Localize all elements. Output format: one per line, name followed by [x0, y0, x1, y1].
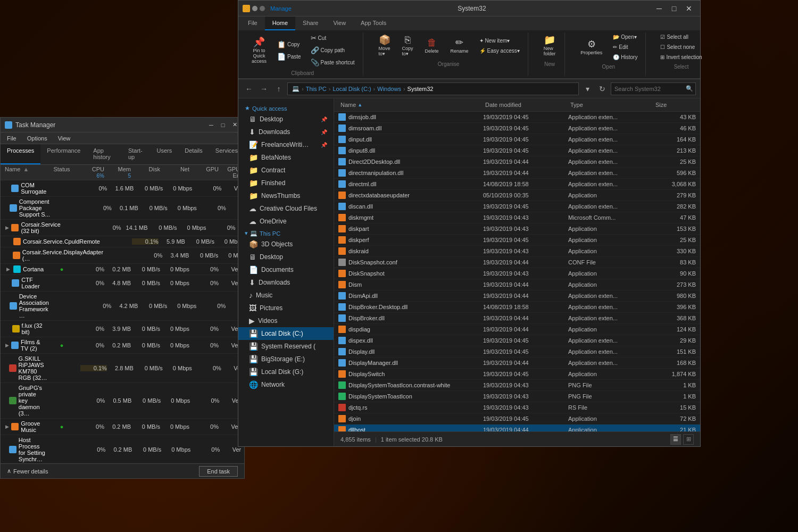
- copypath-button[interactable]: 🔗 Copy path: [307, 45, 359, 56]
- expand-arrow[interactable]: ▶: [5, 266, 11, 272]
- sidebar-item-contract[interactable]: 📁 Contract: [238, 164, 334, 177]
- paste-button[interactable]: 📄 Paste: [273, 51, 305, 62]
- file-row[interactable]: directmanipulation.dll 19/03/2019 04:44 …: [334, 168, 700, 179]
- breadcrumb-down-button[interactable]: ▾: [581, 82, 594, 95]
- sidebar-item-bigstorage[interactable]: 💾 BigStorage (E:): [238, 353, 334, 365]
- fe-minimize-button[interactable]: ─: [652, 2, 666, 15]
- col-name[interactable]: Name ▲: [5, 166, 46, 179]
- process-row[interactable]: CTF Loader 0% 4.8 MB 0 MB/s 0 Mbps 0% Ve…: [1, 275, 244, 292]
- newitem-button[interactable]: ✦ New item▾: [476, 36, 523, 45]
- col-gpuen[interactable]: GPU En: [219, 166, 240, 179]
- breadcrumb-localdisk[interactable]: Local Disk (C:): [332, 86, 371, 92]
- col-mem[interactable]: Mem5: [104, 166, 131, 179]
- file-row[interactable]: DismApi.dll 19/03/2019 04:44 Application…: [334, 290, 700, 302]
- file-row[interactable]: discan.dll 19/03/2019 04:45 Application …: [334, 201, 700, 212]
- properties-button[interactable]: ⚙ Properties: [576, 37, 607, 58]
- process-row[interactable]: GnuPG's private key daemon (3… 0% 0.5 MB…: [1, 383, 244, 419]
- delete-button[interactable]: 🗑 Delete: [420, 35, 444, 56]
- maximize-button[interactable]: □: [218, 121, 228, 129]
- sidebar-item-downloads2[interactable]: ⬇ Downloads: [238, 276, 334, 289]
- file-row[interactable]: Direct2DDesktop.dll 19/03/2019 04:44 App…: [334, 156, 700, 168]
- file-row[interactable]: DispBroker.Desktop.dll 14/08/2019 18:58 …: [334, 302, 700, 313]
- header-name[interactable]: Name ▲: [338, 101, 483, 109]
- file-row[interactable]: djoin 19/03/2019 04:45 Application 72 KB: [334, 413, 700, 425]
- file-row[interactable]: dinput.dll 19/03/2019 04:45 Application …: [334, 134, 700, 145]
- copy-button[interactable]: 📋 Copy: [273, 39, 305, 50]
- ribbon-tab-apptools[interactable]: App Tools: [353, 16, 394, 30]
- menu-file[interactable]: File: [3, 134, 21, 143]
- breadcrumb-windows[interactable]: Windows: [377, 86, 401, 92]
- process-row[interactable]: Host Process for Setting Synchr… 0% 0.2 …: [1, 435, 244, 463]
- sidebar-item-betanotes[interactable]: 📁 BetaNotes: [238, 151, 334, 164]
- file-row[interactable]: DisplaySystemToastIcon 19/03/2019 04:43 …: [334, 391, 700, 402]
- back-button[interactable]: ←: [243, 82, 255, 95]
- file-row[interactable]: dinput8.dll 19/03/2019 04:45 Application…: [334, 145, 700, 156]
- fe-close-button[interactable]: ✕: [682, 2, 696, 15]
- sidebar-item-systemreserved[interactable]: 💾 System Reserved (: [238, 340, 334, 353]
- process-row[interactable]: Corsair.Service.CpuldRemote 0.1% 5.9 MB …: [1, 236, 244, 247]
- cut-button[interactable]: ✂ Cut: [307, 32, 359, 44]
- invertselection-button[interactable]: ⊞ Invert selection: [656, 53, 705, 62]
- file-row[interactable]: DispBroker.dll 19/03/2019 04:44 Applicat…: [334, 313, 700, 324]
- process-row[interactable]: COM Surrogate 0% 1.6 MB 0 MB/s 0 Mbps 0%…: [1, 180, 244, 197]
- sidebar-item-desktop2[interactable]: 🖥 Desktop: [238, 251, 334, 263]
- tab-apphistory[interactable]: App history: [87, 144, 122, 164]
- col-cpu[interactable]: CPU6%: [78, 166, 104, 179]
- col-disk[interactable]: Disk: [131, 166, 160, 179]
- file-row[interactable]: DiskSnapshot 19/03/2019 04:43 Applicatio…: [334, 268, 700, 279]
- process-row[interactable]: ▶ Films & TV (2) ● 0% 0.2 MB 0 MB/s 0 Mb…: [1, 337, 244, 354]
- newfolder-button[interactable]: 📁 New folder: [539, 32, 561, 59]
- file-row[interactable]: Dism 19/03/2019 04:44 Application 273 KB: [334, 279, 700, 290]
- sidebar-item-3dobjects[interactable]: 📦 3D Objects: [238, 238, 334, 251]
- sidebar-item-videos[interactable]: ▶ Videos: [238, 314, 334, 327]
- menu-view[interactable]: View: [54, 134, 75, 143]
- end-task-button[interactable]: End task: [199, 466, 238, 477]
- fe-maximize-button[interactable]: □: [667, 2, 681, 15]
- header-type[interactable]: Type: [568, 101, 653, 109]
- search-input[interactable]: [614, 86, 684, 92]
- rename-button[interactable]: ✏ Rename: [446, 35, 473, 56]
- sidebar-item-desktop[interactable]: 🖥 Desktop 📌: [238, 113, 334, 126]
- file-row[interactable]: dispex.dll 19/03/2019 04:45 Application …: [334, 335, 700, 346]
- col-net[interactable]: Net: [160, 166, 189, 179]
- sidebar-item-documents[interactable]: 📄 Documents: [238, 263, 334, 276]
- sidebar-item-freelance[interactable]: 📝 FreelanceWriti… 📌: [238, 138, 334, 151]
- ribbon-tab-home[interactable]: Home: [265, 16, 295, 30]
- ribbon-tab-file[interactable]: File: [240, 16, 265, 30]
- minimize-button[interactable]: ─: [206, 121, 217, 129]
- file-row[interactable]: DisplayManager.dll 19/03/2019 04:44 Appl…: [334, 358, 700, 369]
- fewer-details-button[interactable]: ∧ Fewer details: [7, 468, 48, 475]
- sidebar-item-finished[interactable]: 📁 Finished: [238, 177, 334, 189]
- col-gpu[interactable]: GPU: [189, 166, 219, 179]
- file-row[interactable]: dimsroam.dll 19/03/2019 04:45 Applicatio…: [334, 123, 700, 134]
- tab-startup[interactable]: Start-up: [122, 144, 151, 164]
- tab-details[interactable]: Details: [178, 144, 209, 164]
- file-row[interactable]: dllhost 19/03/2019 04:44 Application 21 …: [334, 425, 700, 431]
- sidebar-item-network[interactable]: 🌐 Network: [238, 378, 334, 391]
- process-row[interactable]: Corsair.Service.DisplayAdapter (… 0% 3.4…: [1, 247, 244, 264]
- process-row[interactable]: ▶ Cortana ● 0% 0.2 MB 0 MB/s 0 Mbps 0% V…: [1, 264, 244, 275]
- process-row[interactable]: ▶ Corsair.Service (32 bit) 0% 14.1 MB 0 …: [1, 220, 244, 236]
- file-row[interactable]: DiskSnapshot.conf 19/03/2019 04:44 CONF …: [334, 257, 700, 268]
- easyaccess-button[interactable]: ⚡ Easy access▾: [476, 46, 523, 55]
- expand-arrow[interactable]: ▶: [5, 423, 9, 430]
- file-row[interactable]: dispdiag 19/03/2019 04:44 Application 12…: [334, 324, 700, 335]
- sidebar-item-music[interactable]: ♪ Music: [238, 289, 334, 302]
- file-row[interactable]: diskraid 19/03/2019 04:43 Application 33…: [334, 246, 700, 257]
- sidebar-item-localdisk[interactable]: 💾 Local Disk (C:): [238, 327, 334, 340]
- sidebar-item-newsthumbs[interactable]: 📁 NewsThumbs: [238, 189, 334, 202]
- breadcrumb-thispc[interactable]: This PC: [306, 86, 327, 92]
- selectall-button[interactable]: ☑ Select all: [656, 32, 705, 41]
- col-status[interactable]: Status: [46, 166, 78, 179]
- history-button[interactable]: 🕐 History: [609, 53, 641, 62]
- pin-to-quickaccess-button[interactable]: 📌 Pin to Quick access: [247, 35, 271, 66]
- file-row[interactable]: Display.dll 19/03/2019 04:45 Application…: [334, 346, 700, 358]
- file-row[interactable]: directml.dll 14/08/2019 18:58 Applicatio…: [334, 179, 700, 190]
- process-row[interactable]: f.lux (32 bit) 0% 3.9 MB 0 MB/s 0 Mbps 0…: [1, 321, 244, 337]
- file-row[interactable]: DisplaySwitch 19/03/2019 04:45 Applicati…: [334, 369, 700, 380]
- process-row[interactable]: Component Package Support S... 0% 0.1 MB…: [1, 197, 244, 220]
- sidebar-item-pictures[interactable]: 🖼 Pictures: [238, 302, 334, 314]
- moveto-button[interactable]: 📦 Move to▾: [374, 32, 395, 59]
- sidebar-item-creativecloud[interactable]: ☁ Creative Cloud Files: [238, 202, 334, 215]
- header-size[interactable]: Size: [653, 101, 696, 109]
